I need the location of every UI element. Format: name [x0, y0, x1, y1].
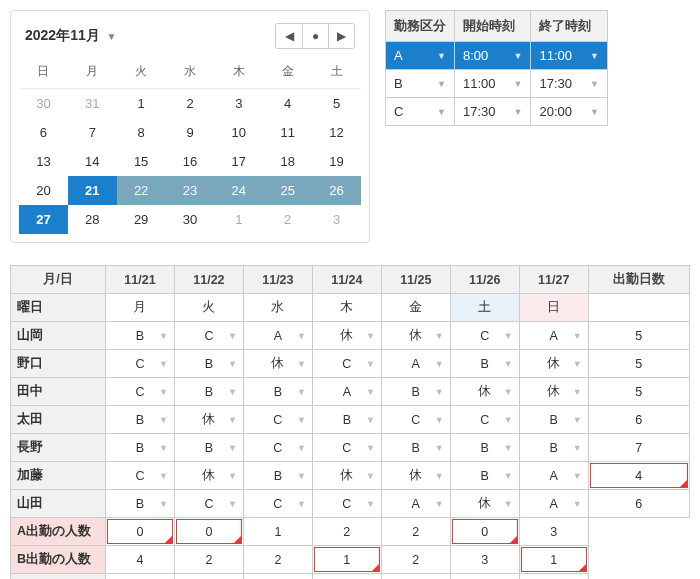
schedule-shift-cell[interactable]: B▼	[174, 434, 243, 462]
calendar-day[interactable]: 31	[68, 89, 117, 118]
calendar-day[interactable]: 12	[312, 118, 361, 147]
shift-end[interactable]: 17:30▼	[531, 70, 607, 98]
schedule-shift-cell[interactable]: A▼	[519, 462, 588, 490]
calendar-day[interactable]: 8	[117, 118, 166, 147]
calendar-day[interactable]: 15	[117, 147, 166, 176]
shift-start[interactable]: 17:30▼	[455, 98, 531, 126]
schedule-shift-cell[interactable]: C▼	[174, 322, 243, 350]
schedule-shift-cell[interactable]: A▼	[243, 322, 312, 350]
shift-start[interactable]: 8:00▼	[455, 42, 531, 70]
schedule-shift-cell[interactable]: C▼	[312, 350, 381, 378]
calendar-next-button[interactable]: ▶	[328, 24, 354, 48]
schedule-shift-cell[interactable]: C▼	[174, 490, 243, 518]
shift-kind[interactable]: A▼	[386, 42, 455, 70]
calendar-day[interactable]: 27	[19, 205, 68, 234]
calendar-day[interactable]: 7	[68, 118, 117, 147]
calendar-day[interactable]: 13	[19, 147, 68, 176]
shift-row[interactable]: C▼17:30▼20:00▼	[386, 98, 608, 126]
schedule-shift-cell[interactable]: C▼	[243, 406, 312, 434]
schedule-shift-cell[interactable]: B▼	[381, 378, 450, 406]
calendar-day[interactable]: 20	[19, 176, 68, 205]
schedule-shift-cell[interactable]: C▼	[450, 406, 519, 434]
calendar-day[interactable]: 1	[117, 89, 166, 118]
calendar-day[interactable]: 17	[214, 147, 263, 176]
calendar-day[interactable]: 11	[263, 118, 312, 147]
schedule-shift-cell[interactable]: B▼	[519, 434, 588, 462]
schedule-shift-cell[interactable]: C▼	[312, 490, 381, 518]
schedule-shift-cell[interactable]: 休▼	[450, 378, 519, 406]
shift-kind[interactable]: C▼	[386, 98, 455, 126]
schedule-shift-cell[interactable]: B▼	[106, 322, 175, 350]
calendar-day[interactable]: 2	[166, 89, 215, 118]
schedule-shift-cell[interactable]: B▼	[519, 406, 588, 434]
schedule-shift-cell[interactable]: B▼	[450, 350, 519, 378]
schedule-shift-cell[interactable]: A▼	[519, 322, 588, 350]
schedule-shift-cell[interactable]: 休▼	[450, 490, 519, 518]
shift-start[interactable]: 11:00▼	[455, 70, 531, 98]
schedule-shift-cell[interactable]: B▼	[106, 434, 175, 462]
schedule-shift-cell[interactable]: B▼	[450, 434, 519, 462]
calendar-day[interactable]: 30	[166, 205, 215, 234]
schedule-shift-cell[interactable]: C▼	[381, 406, 450, 434]
schedule-shift-cell[interactable]: C▼	[450, 322, 519, 350]
schedule-shift-cell[interactable]: 休▼	[381, 462, 450, 490]
schedule-shift-cell[interactable]: 休▼	[312, 462, 381, 490]
calendar-day[interactable]: 18	[263, 147, 312, 176]
calendar-day[interactable]: 24	[214, 176, 263, 205]
calendar-day[interactable]: 10	[214, 118, 263, 147]
schedule-shift-cell[interactable]: B▼	[243, 378, 312, 406]
schedule-shift-cell[interactable]: 休▼	[519, 378, 588, 406]
calendar-day[interactable]: 9	[166, 118, 215, 147]
calendar-day[interactable]: 4	[263, 89, 312, 118]
schedule-shift-cell[interactable]: B▼	[174, 378, 243, 406]
calendar-day[interactable]: 26	[312, 176, 361, 205]
schedule-shift-cell[interactable]: 休▼	[174, 462, 243, 490]
calendar-today-button[interactable]: ●	[302, 24, 328, 48]
schedule-shift-cell[interactable]: 休▼	[381, 322, 450, 350]
schedule-shift-cell[interactable]: A▼	[381, 490, 450, 518]
calendar-day[interactable]: 3	[214, 89, 263, 118]
calendar-day[interactable]: 30	[19, 89, 68, 118]
schedule-shift-cell[interactable]: 休▼	[519, 350, 588, 378]
calendar-day[interactable]: 19	[312, 147, 361, 176]
calendar-day[interactable]: 22	[117, 176, 166, 205]
schedule-shift-cell[interactable]: C▼	[243, 490, 312, 518]
calendar-day[interactable]: 6	[19, 118, 68, 147]
schedule-shift-cell[interactable]: B▼	[174, 350, 243, 378]
calendar-day[interactable]: 2	[263, 205, 312, 234]
schedule-shift-cell[interactable]: B▼	[243, 462, 312, 490]
schedule-shift-cell[interactable]: B▼	[381, 434, 450, 462]
shift-end[interactable]: 11:00▼	[531, 42, 607, 70]
schedule-shift-cell[interactable]: 休▼	[174, 406, 243, 434]
calendar-day[interactable]: 21	[68, 176, 117, 205]
schedule-shift-cell[interactable]: A▼	[381, 350, 450, 378]
calendar-day[interactable]: 3	[312, 205, 361, 234]
shift-end[interactable]: 20:00▼	[531, 98, 607, 126]
schedule-shift-cell[interactable]: 休▼	[243, 350, 312, 378]
schedule-shift-cell[interactable]: B▼	[106, 406, 175, 434]
calendar-day[interactable]: 25	[263, 176, 312, 205]
schedule-shift-cell[interactable]: C▼	[243, 434, 312, 462]
schedule-shift-cell[interactable]: 休▼	[312, 322, 381, 350]
calendar-day[interactable]: 29	[117, 205, 166, 234]
schedule-shift-cell[interactable]: B▼	[450, 462, 519, 490]
calendar-day[interactable]: 28	[68, 205, 117, 234]
calendar-prev-button[interactable]: ◀	[276, 24, 302, 48]
calendar-day[interactable]: 5	[312, 89, 361, 118]
calendar-day[interactable]: 1	[214, 205, 263, 234]
schedule-shift-cell[interactable]: C▼	[106, 462, 175, 490]
calendar-day[interactable]: 14	[68, 147, 117, 176]
calendar-month-picker[interactable]: 2022年11月 ▼	[25, 27, 117, 45]
calendar-day[interactable]: 23	[166, 176, 215, 205]
schedule-shift-cell[interactable]: C▼	[106, 378, 175, 406]
schedule-shift-cell[interactable]: B▼	[312, 406, 381, 434]
schedule-shift-cell[interactable]: A▼	[312, 378, 381, 406]
schedule-shift-cell[interactable]: C▼	[106, 350, 175, 378]
calendar-day[interactable]: 16	[166, 147, 215, 176]
schedule-shift-cell[interactable]: C▼	[312, 434, 381, 462]
shift-row[interactable]: B▼11:00▼17:30▼	[386, 70, 608, 98]
schedule-shift-cell[interactable]: B▼	[106, 490, 175, 518]
shift-row[interactable]: A▼8:00▼11:00▼	[386, 42, 608, 70]
schedule-shift-cell[interactable]: A▼	[519, 490, 588, 518]
shift-kind[interactable]: B▼	[386, 70, 455, 98]
